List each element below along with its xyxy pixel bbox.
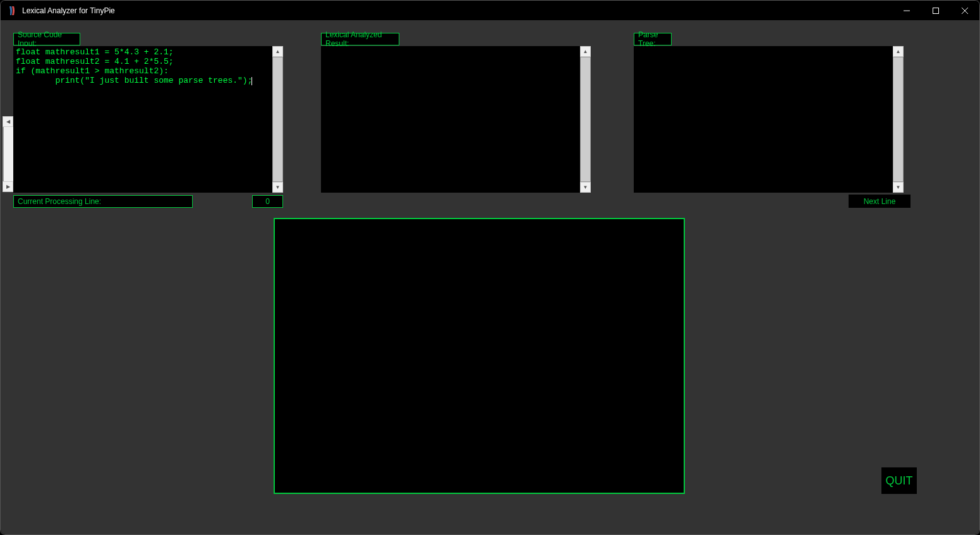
- scroll-up-icon[interactable]: ▲: [272, 46, 283, 57]
- parse-tree-label: Parse Tree:: [634, 33, 672, 45]
- window-controls: [892, 1, 979, 20]
- scroll-down-icon[interactable]: ▼: [272, 182, 283, 193]
- scroll-right-icon[interactable]: ▶: [3, 181, 13, 192]
- scroll-down-icon[interactable]: ▼: [893, 182, 904, 193]
- minimize-button[interactable]: [892, 1, 921, 20]
- close-button[interactable]: [950, 1, 979, 20]
- source-horizontal-scrollbar[interactable]: ◀ ▶: [3, 116, 13, 192]
- lexical-vertical-scrollbar[interactable]: ▲ ▼: [580, 46, 591, 193]
- window-title: Lexical Analyzer for TinyPie: [22, 6, 892, 15]
- source-code-text[interactable]: float mathresult1 = 5*4.3 + 2.1; float m…: [13, 46, 272, 193]
- scroll-track[interactable]: [272, 57, 283, 182]
- lexical-result-textarea[interactable]: ▲ ▼: [321, 46, 591, 193]
- window-titlebar: Lexical Analyzer for TinyPie: [1, 1, 979, 20]
- source-code-textarea[interactable]: float mathresult1 = 5*4.3 + 2.1; float m…: [13, 46, 283, 193]
- scroll-up-icon[interactable]: ▲: [580, 46, 591, 57]
- parse-tree-textarea[interactable]: ▲ ▼: [634, 46, 904, 193]
- scroll-left-icon[interactable]: ◀: [3, 116, 13, 127]
- scroll-down-icon[interactable]: ▼: [580, 182, 591, 193]
- parse-tree-text: [634, 46, 893, 193]
- scroll-track[interactable]: [893, 57, 904, 182]
- lexical-result-text: [321, 46, 580, 193]
- scroll-track[interactable]: [580, 57, 591, 182]
- scroll-thumb[interactable]: [893, 57, 904, 182]
- scroll-thumb[interactable]: [272, 57, 283, 182]
- scroll-track[interactable]: [3, 127, 13, 181]
- content-area: Source Code Input: float mathresult1 = 5…: [1, 20, 979, 534]
- scroll-thumb[interactable]: [580, 57, 591, 182]
- lexical-result-label: Lexical Analyzed Result:: [321, 33, 399, 45]
- parse-vertical-scrollbar[interactable]: ▲ ▼: [893, 46, 904, 193]
- source-input-label: Source Code Input:: [13, 33, 80, 45]
- scroll-thumb[interactable]: [3, 127, 4, 181]
- app-icon: [7, 6, 17, 16]
- next-line-button[interactable]: Next Line: [849, 195, 910, 208]
- svg-rect-1: [933, 8, 939, 13]
- source-vertical-scrollbar[interactable]: ▲ ▼: [272, 46, 283, 193]
- visualization-canvas: [274, 218, 685, 494]
- processing-line-label: Current Processing Line:: [13, 195, 193, 208]
- maximize-button[interactable]: [921, 1, 950, 20]
- line-counter-display: 0: [252, 195, 283, 208]
- scroll-up-icon[interactable]: ▲: [893, 46, 904, 57]
- quit-button[interactable]: QUIT: [881, 467, 917, 495]
